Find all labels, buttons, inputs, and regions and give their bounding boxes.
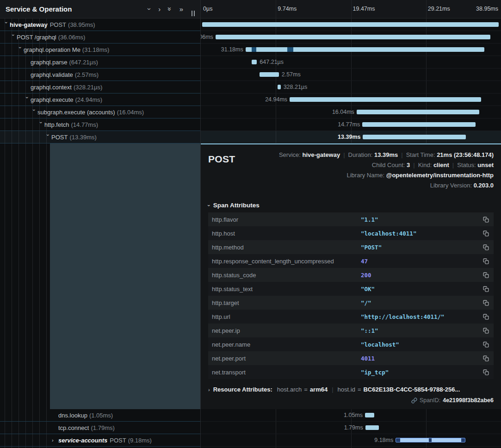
copy-icon[interactable] <box>480 257 489 265</box>
span-tree-row[interactable]: › service-accounts POST (9.18ms) <box>0 434 200 447</box>
meta-key: Library Version: <box>430 182 474 189</box>
attribute-key: net.peer.name <box>212 341 361 348</box>
span-bar[interactable] <box>290 97 481 102</box>
timeline-row[interactable]: 13.39ms <box>201 131 501 143</box>
span-bar[interactable] <box>396 438 465 442</box>
span-bar[interactable] <box>260 72 279 77</box>
span-detail-header: POST Service: hive-gateway|Duration: 13.… <box>208 150 494 191</box>
expanded-span-block[interactable] <box>50 143 200 409</box>
attribute-value: 200 <box>361 272 480 279</box>
double-chevron-right-icon[interactable]: » <box>179 6 183 12</box>
attribute-row: http.target "/" <box>208 296 494 310</box>
span-attributes-table: http.flavor "1.1" http.host "localhost:4… <box>208 212 494 379</box>
expanded-span-region[interactable] <box>0 143 200 409</box>
span-tree-row[interactable]: › graphql.execute (24.94ms) <box>0 93 200 106</box>
caret-down-icon[interactable]: › <box>18 47 23 53</box>
span-id-label: SpanID: <box>420 397 440 404</box>
span-bar[interactable] <box>357 110 479 114</box>
caret-down-icon[interactable]: › <box>25 97 30 103</box>
timeline-row[interactable]: 14.77ms <box>201 118 501 131</box>
timeline-row[interactable]: 1.05ms <box>201 409 501 422</box>
span-bar[interactable] <box>278 85 280 89</box>
timeline-row[interactable]: 2.57ms <box>201 68 501 81</box>
copy-icon[interactable] <box>480 271 489 279</box>
span-tree-row[interactable]: tcp.connect (1.79ms) <box>0 422 200 434</box>
service-operation-header: Service & Operation ››»» <box>0 0 200 19</box>
copy-icon[interactable] <box>480 354 489 362</box>
attribute-value: "::1" <box>361 327 480 334</box>
resource-separator: | <box>332 386 333 393</box>
chevron-right-icon[interactable]: › <box>158 6 161 12</box>
caret-down-icon[interactable]: › <box>11 34 16 41</box>
span-tree-row[interactable]: › graphql.operation Me (31.18ms) <box>0 44 200 56</box>
meta-value: hive-gateway <box>303 151 340 158</box>
copy-icon[interactable] <box>480 285 489 293</box>
meta-value: @opentelemetry/instrumentation-http <box>386 172 494 179</box>
attribute-key: http.host <box>212 230 361 237</box>
span-bar[interactable] <box>202 22 499 27</box>
span-bar[interactable] <box>216 35 490 39</box>
span-duration-label: (2.57ms) <box>75 71 99 78</box>
caret-down-icon[interactable]: › <box>31 109 37 116</box>
span-bar[interactable] <box>365 413 374 417</box>
timeline-row[interactable]: 328.21µs <box>201 81 501 93</box>
chevron-down-icon[interactable]: › <box>146 8 153 10</box>
span-tree-row[interactable]: graphql.validate (2.57ms) <box>0 68 200 81</box>
span-tree-row[interactable]: › POST /graphql (36.06ms) <box>0 31 200 44</box>
double-chevron-down-icon[interactable]: » <box>167 7 173 11</box>
copy-icon[interactable] <box>480 326 489 335</box>
timeline-row[interactable]: 38.95ms <box>201 19 501 31</box>
service-operation-title: Service & Operation <box>6 5 148 13</box>
span-operation-name: POST <box>50 21 66 28</box>
copy-icon[interactable] <box>480 229 489 237</box>
panel-resize-handle[interactable] <box>192 11 195 16</box>
span-bar[interactable] <box>246 47 485 52</box>
span-bar[interactable] <box>365 425 379 430</box>
timeline-row[interactable]: 24.94ms <box>201 93 501 106</box>
span-tree-row[interactable]: › POST (13.39ms) <box>0 131 200 143</box>
timeline-row[interactable]: 31.18ms <box>201 44 501 56</box>
meta-separator: | <box>343 151 345 158</box>
copy-icon[interactable] <box>480 312 489 321</box>
caret-right-icon[interactable]: › <box>52 437 58 443</box>
span-tree-row[interactable]: › hive-gateway POST (38.95ms) <box>0 19 200 31</box>
copy-icon[interactable] <box>480 299 489 307</box>
span-tree-row[interactable]: › http.fetch (14.77ms) <box>0 118 200 131</box>
span-bar[interactable] <box>252 60 257 64</box>
span-tree-row[interactable]: dns.lookup (1.05ms) <box>0 409 200 422</box>
copy-icon[interactable] <box>480 340 489 348</box>
span-bar[interactable] <box>362 122 476 127</box>
span-duration-label: (13.39ms) <box>69 134 97 141</box>
copy-icon[interactable] <box>480 243 489 251</box>
meta-separator: | <box>452 162 454 168</box>
timeline-row[interactable]: 9.18ms <box>201 434 501 447</box>
attribute-row: http.response_content_length_uncompresse… <box>208 254 494 268</box>
span-meta: Service: hive-gateway|Duration: 13.39ms|… <box>279 150 494 191</box>
attribute-value: "OK" <box>361 286 480 292</box>
resource-attributes-row[interactable]: › Resource Attributes: host.arch=arm64|h… <box>208 386 494 393</box>
caret-down-icon[interactable]: › <box>4 22 9 28</box>
span-tree-row[interactable]: graphql.parse (647.21µs) <box>0 56 200 68</box>
meta-value: 21ms (23:56:48.174) <box>437 151 494 158</box>
span-operation-name: POST <box>51 134 68 141</box>
span-attributes-header[interactable]: › Span Attributes <box>208 202 494 209</box>
link-icon[interactable] <box>411 398 417 404</box>
attribute-value: "http://localhost:4011/" <box>361 313 480 320</box>
attribute-key: http.response_content_length_uncompresse… <box>212 258 361 265</box>
span-operation-name: graphql.context <box>31 84 72 91</box>
span-tree-row[interactable]: › subgraph.execute (accounts) (16.04ms) <box>0 106 200 118</box>
copy-icon[interactable] <box>480 368 489 376</box>
meta-value: 13.39ms <box>374 151 398 158</box>
span-bar[interactable] <box>363 135 466 139</box>
span-tree-row[interactable]: graphql.context (328.21µs) <box>0 81 200 93</box>
timeline-row[interactable]: 1.79ms <box>201 422 501 434</box>
timeline-row[interactable]: 36.06ms <box>201 31 501 44</box>
resource-attributes-items: host.arch=arm64|host.id=BC62E13B-C4CC-58… <box>277 386 460 393</box>
timeline-row[interactable]: 16.04ms <box>201 106 501 118</box>
tick-label: 38.95ms <box>476 6 498 12</box>
timeline-row[interactable]: 647.21µs <box>201 56 501 68</box>
resource-value: arm64 <box>310 386 328 393</box>
caret-down-icon[interactable]: › <box>38 122 44 128</box>
copy-icon[interactable] <box>480 215 489 224</box>
caret-down-icon[interactable]: › <box>45 134 51 141</box>
